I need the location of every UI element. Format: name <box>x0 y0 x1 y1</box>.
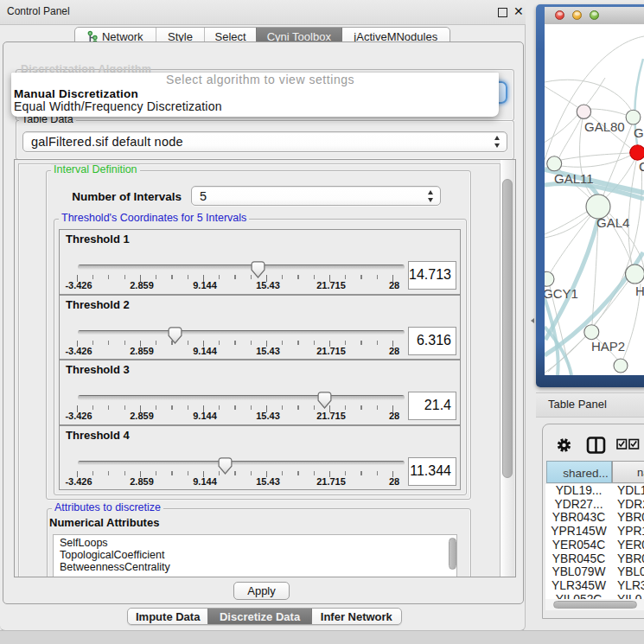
table-cell: YER0 <box>617 539 644 552</box>
threshold-label: Threshold 3 <box>66 363 130 376</box>
column-header-shared-name[interactable]: shared... <box>546 461 612 483</box>
combo-updown-icon <box>494 135 501 149</box>
slider-track[interactable] <box>78 395 405 400</box>
threshold-label: Threshold 4 <box>66 429 130 442</box>
table-row[interactable]: YBR045C YBR0 <box>545 552 644 566</box>
slider-scale-label: -3.426 <box>65 476 92 487</box>
slider-thumb[interactable] <box>168 327 182 344</box>
table-body: YDL19... YDL1 YDR27... YDR2 YBR043C YBR0… <box>545 484 644 606</box>
table-row[interactable]: YDR27... YDR2 <box>545 498 644 512</box>
table-row[interactable]: YDL19... YDL1 <box>545 484 644 498</box>
close-traffic-light[interactable] <box>555 10 564 20</box>
list-item[interactable]: TopologicalCoefficient <box>60 549 164 561</box>
list-item[interactable]: SelfLoops <box>60 537 108 549</box>
network-node[interactable] <box>545 271 554 286</box>
table-data-combo-value: galFiltered.sif default node <box>23 135 494 149</box>
list-item[interactable]: BetweennessCentrality <box>60 561 170 573</box>
number-of-intervals-value: 5 <box>192 189 428 203</box>
table-panel-title: Table Panel <box>548 398 607 411</box>
slider-ticks-major <box>77 471 394 478</box>
minimize-traffic-light[interactable] <box>572 10 582 20</box>
network-node[interactable] <box>614 359 628 373</box>
network-node[interactable] <box>626 265 644 284</box>
table-row[interactable]: YPR145W YPR1 <box>545 525 644 539</box>
slider-track[interactable] <box>78 265 405 270</box>
threshold-value-field[interactable]: 6.316 <box>408 327 456 355</box>
table-cell: YDL19... <box>545 484 612 498</box>
list-scrollbar-thumb[interactable] <box>449 538 456 570</box>
table-cell: YBL0 <box>617 565 644 579</box>
control-panel-titlebar <box>0 0 526 25</box>
threshold-panel-2: Threshold 2 -3.4262.8599.14415.4321.7152… <box>59 295 461 360</box>
thresholds-group-title: Threshold's Coordinates for 5 Intervals <box>59 213 249 224</box>
table-cell: YPR1 <box>617 525 644 539</box>
checkbox-icon[interactable] <box>629 440 639 450</box>
table-row[interactable]: YBR043C YBR0 <box>545 511 644 525</box>
zoom-traffic-light[interactable] <box>590 10 599 20</box>
control-panel-title: Control Panel <box>7 5 70 17</box>
numerical-attributes-label: Numerical Attributes <box>49 516 159 529</box>
gear-icon[interactable] <box>558 438 571 451</box>
slider-thumb[interactable] <box>317 392 332 409</box>
slider-scale-label: 21.715 <box>316 411 346 421</box>
network-node[interactable] <box>626 110 641 124</box>
slider-scale-label: 9.144 <box>193 476 217 487</box>
table-row[interactable]: YLR345W YLR3 <box>545 579 644 593</box>
table-cell: YBR0 <box>617 511 644 525</box>
checkbox-icon[interactable] <box>617 440 627 450</box>
slider-ticks-major <box>77 275 394 282</box>
network-node[interactable] <box>584 325 599 340</box>
slider-thumb[interactable] <box>218 457 233 475</box>
network-canvas[interactable]: GAL80G.CGAL11GAL4GCY1HHAP2 <box>545 24 644 375</box>
threshold-value-field[interactable]: 14.713 <box>408 261 456 290</box>
table-cell: YPR145W <box>545 525 612 539</box>
table-row[interactable]: YBL079W YBL0 <box>545 565 644 579</box>
table-hscrollbar-track[interactable] <box>545 599 644 610</box>
number-of-intervals-combo[interactable]: 5 <box>191 186 441 206</box>
slider-thumb[interactable] <box>251 261 265 278</box>
split-columns-icon[interactable] <box>588 438 604 453</box>
table-data-combo[interactable]: galFiltered.sif default node <box>22 131 507 152</box>
float-window-icon[interactable] <box>498 8 507 17</box>
slider-track[interactable] <box>78 461 405 466</box>
network-node[interactable] <box>547 156 562 171</box>
table-cell: YER054C <box>545 539 612 552</box>
slider-scale-label: 2.859 <box>130 346 154 356</box>
table-hscrollbar-thumb[interactable] <box>553 601 637 609</box>
tab-discretize-data[interactable]: Discretize Data <box>207 609 310 624</box>
slider-scale-label: 9.144 <box>193 346 217 356</box>
column-header-name[interactable]: na <box>612 461 644 483</box>
network-node-label: C <box>639 159 644 174</box>
slider-scale-label: 21.715 <box>316 476 346 487</box>
table-cell: YLR3 <box>617 579 644 593</box>
slider-scale-label: 15.43 <box>256 476 280 487</box>
threshold-value-field[interactable]: 11.344 <box>408 457 456 486</box>
panel-divider-arrow[interactable] <box>531 318 534 323</box>
tab-infer-network[interactable]: Infer Network <box>311 609 401 624</box>
close-icon[interactable]: ✕ <box>513 4 524 18</box>
algorithm-option-manual[interactable]: Manual Discretization <box>14 87 138 100</box>
threshold-panel-4: Threshold 4 -3.4262.8599.14415.4321.7152… <box>59 425 461 491</box>
threshold-value-field[interactable]: 21.4 <box>408 392 456 420</box>
slider-track[interactable] <box>78 330 405 335</box>
network-node-label: GAL4 <box>596 215 629 230</box>
table-row[interactable]: YER054C YER0 <box>545 539 644 552</box>
algorithm-option-equal-width[interactable]: Equal Width/Frequency Discretization <box>14 99 222 113</box>
table-cell: YBL079W <box>545 565 612 579</box>
slider-scale-label: 28 <box>389 411 399 421</box>
attributes-group-title: Attributes to discretize <box>52 502 163 513</box>
settings-scrollbar-thumb[interactable] <box>502 179 513 478</box>
slider-scale-label: -3.426 <box>65 280 92 290</box>
interval-definition-group-title: Interval Definition <box>51 164 140 175</box>
network-node-label: HAP2 <box>591 339 625 354</box>
network-node-label: GAL80 <box>584 119 625 134</box>
network-node[interactable] <box>577 105 590 118</box>
slider-scale-label: 28 <box>389 476 399 487</box>
network-window-titlebar <box>545 7 644 25</box>
apply-button[interactable]: Apply <box>233 582 290 600</box>
network-node-label: GAL11 <box>554 171 594 186</box>
slider-scale-label: 21.715 <box>316 280 346 290</box>
numerical-attributes-list[interactable]: SelfLoops TopologicalCoefficient Between… <box>53 534 457 577</box>
network-node[interactable] <box>630 145 644 161</box>
tab-impute-data[interactable]: Impute Data <box>128 609 207 624</box>
